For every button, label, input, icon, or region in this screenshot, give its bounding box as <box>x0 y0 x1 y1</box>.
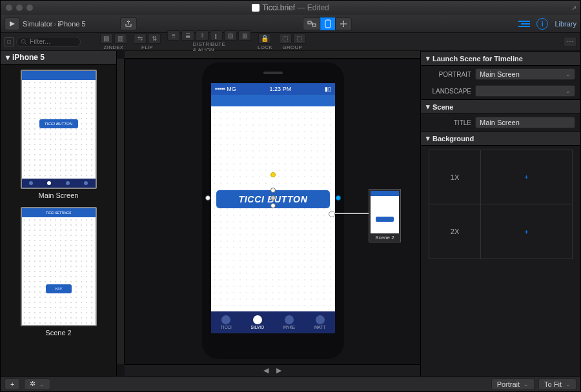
landscape-select[interactable]: ⌄ <box>475 85 575 97</box>
add-button[interactable]: + <box>5 378 20 390</box>
view-mode-segment <box>303 17 352 30</box>
scene-thumb-label: Main Screen <box>39 191 79 199</box>
toolbar-overflow[interactable]: ⋯ <box>564 37 576 47</box>
device-frame: ••••• MG 1:23 PM ▮▯ TICCI BUTTON <box>202 63 344 359</box>
share-button[interactable] <box>120 17 137 30</box>
background-grid: 1X ＋ 2X ＋ <box>429 150 573 259</box>
svg-marker-0 <box>10 21 15 26</box>
bg-2x-slot[interactable]: ＋ <box>481 204 572 259</box>
flip-group: ⇋⇅ FLIP <box>134 34 161 50</box>
portrait-label: PORTRAIT <box>426 71 471 78</box>
app-window: Ticci.brief — Edited ↗ Simulator › iPhon… <box>0 0 581 392</box>
top-toolbar: Simulator › iPhone 5 i Library <box>1 15 580 33</box>
svg-rect-2 <box>312 24 316 26</box>
nav-bar[interactable] <box>211 95 335 106</box>
align-4[interactable]: ⫿ <box>210 30 223 41</box>
zindex-group: ▤▥ ZINDEX <box>100 34 127 50</box>
run-destination[interactable]: Simulator › iPhone 5 <box>23 20 86 28</box>
align-6[interactable]: ⊞ <box>238 30 251 41</box>
tab-ticci[interactable]: TICCI <box>221 315 232 329</box>
panel-toggle-icon[interactable] <box>518 21 530 27</box>
prev-page-icon[interactable]: ◀ <box>263 366 269 375</box>
align-3[interactable]: ⫴ <box>196 30 209 41</box>
align-5[interactable]: ⊟ <box>224 30 237 41</box>
align-1[interactable]: ≡ <box>167 30 180 41</box>
edit-toolbar: Filter... ▤▥ ZINDEX ⇋⇅ FLIP ≡≣ ⫴⫿ ⊟⊞ DIS… <box>1 33 580 51</box>
plus-icon: ＋ <box>523 172 530 182</box>
group-group: ⬚⬚ GROUP <box>279 34 306 50</box>
inspector-bg-head[interactable]: ▾Background <box>421 131 580 146</box>
status-left: ••••• MG <box>215 86 236 92</box>
document-title: Ticci.brief <box>262 3 295 12</box>
tab-myke[interactable]: MYKE <box>283 315 295 329</box>
flip-horizontal[interactable]: ⇋ <box>134 34 147 44</box>
chevron-down-icon: ⌄ <box>566 71 571 77</box>
status-bar-bottom: + ✲⌄ Portrait⌄ To Fit⌄ <box>1 376 580 391</box>
canvas-pager: ◀ ▶ <box>125 364 420 376</box>
bring-forward[interactable]: ▥ <box>114 34 127 44</box>
scene-thumb-main[interactable]: TICCI BUTTON Main Screen <box>21 70 97 199</box>
status-time: 1:23 PM <box>270 86 292 92</box>
sidebar-reveal-icon[interactable] <box>5 37 14 46</box>
ungroup-button[interactable]: ⬚ <box>293 34 306 44</box>
actions-menu[interactable]: ✲⌄ <box>24 378 50 390</box>
tab-matt[interactable]: MATT <box>314 315 325 329</box>
ticci-button[interactable]: TICCI BUTTON <box>216 190 330 208</box>
lock-button[interactable]: 🔒 <box>258 34 271 44</box>
orientation-select[interactable]: Portrait⌄ <box>491 378 535 390</box>
linked-scene-label: Scene 2 <box>375 235 394 240</box>
chevron-down-icon: ⌄ <box>566 381 571 387</box>
info-button[interactable]: i <box>536 18 548 30</box>
window-titlebar: Ticci.brief — Edited ↗ <box>1 1 580 15</box>
next-page-icon[interactable]: ▶ <box>276 366 281 375</box>
chevron-down-icon: ⌄ <box>524 381 529 387</box>
bg-1x-slot[interactable]: ＋ <box>481 150 572 204</box>
flip-vertical[interactable]: ⇅ <box>148 34 161 44</box>
zoom-select[interactable]: To Fit⌄ <box>538 378 576 390</box>
send-backward[interactable]: ▤ <box>100 34 113 44</box>
expand-icon[interactable]: ↗ <box>571 5 576 12</box>
status-bar: ••••• MG 1:23 PM ▮▯ <box>211 83 335 95</box>
view-mode-constraints[interactable] <box>335 17 352 30</box>
document-icon <box>252 4 260 12</box>
segue-connection[interactable] <box>330 213 370 214</box>
title-label: TITLE <box>426 119 471 126</box>
bg-1x-label: 1X <box>429 150 481 204</box>
tab-bar: TICCI SILVIO MYKE MATT <box>211 311 335 333</box>
traffic-lights[interactable] <box>6 5 33 11</box>
svg-rect-1 <box>308 21 311 24</box>
bg-2x-label: 2X <box>429 204 481 259</box>
inspector-scene-head[interactable]: ▾Scene <box>421 99 580 114</box>
portrait-select[interactable]: Main Screen⌄ <box>475 68 575 80</box>
landscape-label: LANDSCAPE <box>426 88 471 95</box>
canvas-viewport[interactable]: ••••• MG 1:23 PM ▮▯ TICCI BUTTON <box>125 59 420 364</box>
ruler-horizontal[interactable] <box>125 51 420 59</box>
svg-point-4 <box>21 39 25 43</box>
title-input[interactable]: Main Screen <box>475 117 575 128</box>
distribute-align-group: ≡≣ ⫴⫿ ⊟⊞ DISTRIBUTE & ALIGN <box>167 30 251 53</box>
ruler-vertical[interactable] <box>117 59 125 364</box>
device-crumb: iPhone 5 <box>57 20 85 28</box>
view-mode-flow[interactable] <box>303 17 321 30</box>
chevron-right-icon: › <box>54 20 56 28</box>
run-button[interactable] <box>5 17 20 30</box>
scenes-header[interactable]: ▾ iPhone 5 <box>1 51 116 64</box>
tab-silvio[interactable]: SILVIO <box>251 315 264 329</box>
filter-placeholder: Filter... <box>30 38 50 45</box>
align-2[interactable]: ≣ <box>181 30 194 41</box>
document-edited: — Edited <box>297 3 329 12</box>
scenes-header-label: iPhone 5 <box>12 53 45 62</box>
inspector-panel: ▾Launch Scene for Timeline PORTRAIT Main… <box>420 51 580 376</box>
view-mode-canvas[interactable] <box>320 17 336 30</box>
group-button[interactable]: ⬚ <box>279 34 292 44</box>
filter-input[interactable]: Filter... <box>16 37 81 47</box>
svg-rect-3 <box>325 20 331 28</box>
library-button[interactable]: Library <box>555 20 576 28</box>
canvas-area: ••••• MG 1:23 PM ▮▯ TICCI BUTTON <box>117 51 420 376</box>
simulator-crumb: Simulator <box>23 20 52 28</box>
inspector-launch-head[interactable]: ▾Launch Scene for Timeline <box>421 51 580 66</box>
linked-scene[interactable]: Scene 2 <box>369 189 401 242</box>
plus-icon: ＋ <box>523 227 530 237</box>
lock-group: 🔒 LOCK <box>258 34 272 50</box>
scene-thumb-2[interactable]: TICCI SETTINGS YAY Scene 2 <box>21 207 97 337</box>
